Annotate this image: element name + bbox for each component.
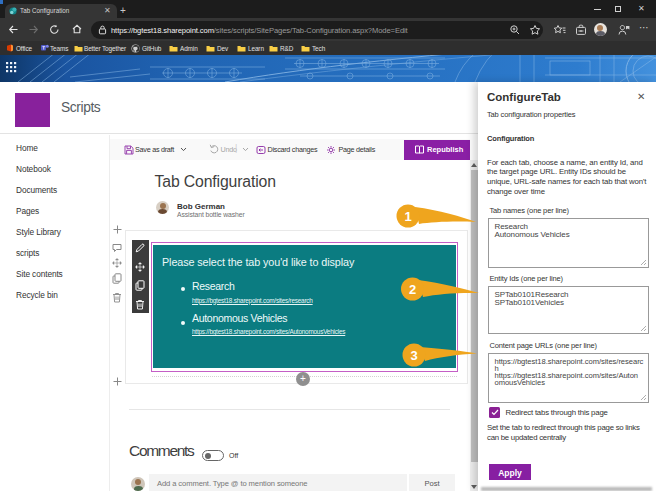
svg-text:3: 3: [410, 348, 417, 363]
svg-text:1: 1: [404, 209, 411, 224]
svg-text:2: 2: [409, 282, 416, 297]
